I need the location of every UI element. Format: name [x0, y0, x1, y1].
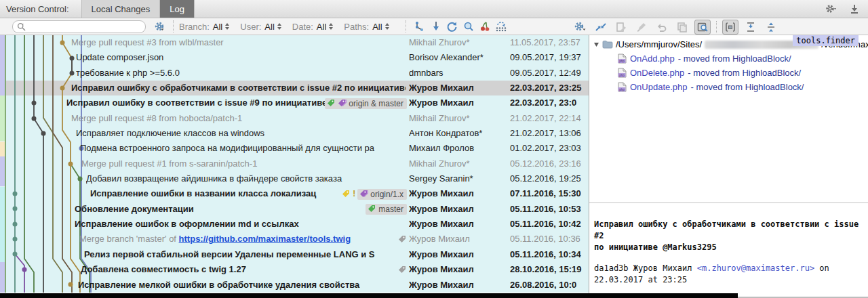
commit-row[interactable]: требование к php >=5.6.0dmnbars09.05.201…	[0, 66, 589, 81]
commit-row[interactable]: Добавлена совместимость с twig 1.27Журов…	[0, 262, 589, 277]
commit-row[interactable]: Исправление мелкой ошибки в обработчике …	[0, 278, 589, 293]
refresh-icon[interactable]	[444, 19, 460, 34]
expand-all-icon[interactable]	[743, 20, 759, 35]
php-file-icon: php	[618, 68, 627, 78]
commit-row[interactable]: Исправил ошибку с обработчиками в соотве…	[0, 81, 589, 95]
collapse-diff-icon[interactable]	[593, 20, 609, 35]
intellisort-icon[interactable]	[412, 19, 428, 34]
commit-message: Merge pull request #3 from wlbl/master	[71, 37, 224, 47]
commit-row[interactable]: Исправляет подключение классов на window…	[0, 126, 589, 141]
commit-row[interactable]: Merge pull request #3 from wlbl/masterMi…	[0, 35, 589, 50]
filter-branch[interactable]: Branch: All	[179, 22, 229, 32]
hash-warning-mark: !	[353, 186, 355, 201]
commit-log-table: Merge pull request #3 from wlbl/masterMi…	[0, 35, 589, 293]
filter-user[interactable]: User: All	[240, 22, 281, 32]
commit-row[interactable]: Merge pull request #8 from hobocta/patch…	[0, 111, 589, 126]
search-icon	[17, 22, 26, 31]
php-file-icon: php	[618, 54, 627, 64]
chevron-updown-icon	[329, 23, 333, 30]
commit-author-cell: Журов Михаил	[409, 81, 508, 95]
path-prefix: /Users/mmjurov/Sites/	[616, 39, 702, 49]
gear-menu-icon[interactable]	[825, 2, 838, 16]
copy-revision-disabled-icon[interactable]	[674, 20, 690, 35]
commit-message: Добавил возвращение айдишника в файндере…	[86, 173, 342, 184]
rollback-disabled-icon[interactable]	[654, 20, 670, 35]
changed-file-name: OnDelete.php	[630, 68, 684, 78]
tab-local-changes[interactable]: Local Changes	[81, 0, 161, 18]
commit-author-cell: Sergey Saranin*	[409, 171, 508, 186]
tags-purple-icon	[359, 190, 368, 198]
commit-message: Merge branch 'master' of	[79, 234, 179, 244]
commit-message: Update composer.json	[76, 52, 163, 62]
group-by-directory-icon[interactable]	[722, 20, 738, 35]
changed-file-row[interactable]: phpOnDelete.php - moved from HighloadBlo…	[618, 68, 801, 78]
chevron-updown-icon	[225, 23, 229, 30]
commit-date-cell: 05.11.2016, 10:36	[510, 232, 587, 247]
commit-email-link[interactable]: <m.zhurov@maximaster.ru>	[697, 263, 814, 273]
changed-file-row[interactable]: phpOnAdd.php - moved from HighloadBlock/	[618, 54, 791, 64]
changed-file-name: OnUpdate.php	[630, 82, 688, 92]
commit-message: Исправление ошибки в названии класса лок…	[90, 188, 316, 198]
commit-author-cell: Mikhail Zhurov*	[409, 111, 508, 126]
commit-author-cell: Журов Михаил	[409, 202, 508, 217]
commit-row[interactable]: Подмена встроенного запроса на модифицир…	[0, 141, 589, 156]
show-diff-disabled-icon[interactable]	[613, 20, 629, 35]
commit-row[interactable]: Исправление ошибки в названии класса лок…	[0, 186, 589, 201]
tag-green-icon	[327, 99, 336, 108]
ref-labels: !origin/1.x	[342, 186, 407, 201]
tab-log[interactable]: Log	[159, 0, 195, 18]
commit-row[interactable]: Merge pull request #1 from s-saranin/pat…	[0, 156, 589, 171]
filter-date[interactable]: Date: All	[292, 22, 334, 32]
commit-message: Merge pull request #1 from s-saranin/pat…	[81, 158, 257, 169]
branch-ref-chip[interactable]: origin & master	[325, 98, 407, 109]
window-bottom-edge	[0, 293, 738, 298]
branch-ref-chip[interactable]: master	[366, 204, 407, 215]
collapse-linear-branches-icon[interactable]	[493, 19, 509, 34]
commit-message: Подмена встроенного запроса на модифицир…	[80, 143, 374, 153]
commit-date-cell: 22.03.2017, 23:25	[510, 81, 587, 95]
commit-date-cell: 09.05.2017, 19:37	[510, 50, 587, 65]
hide-tool-window-icon[interactable]	[848, 2, 861, 16]
search-input[interactable]	[27, 22, 136, 31]
filter-paths[interactable]: Paths: All	[344, 22, 389, 32]
commit-message-link[interactable]: https://github.com/maximaster/tools.twig	[179, 234, 351, 244]
tag-gray-icon	[398, 265, 407, 274]
cherry-pick-icon[interactable]	[477, 19, 493, 34]
commit-message: Обновление документации	[75, 204, 194, 214]
commit-message: Исправил ошибку в соответствии с issue #…	[66, 98, 327, 108]
commit-row[interactable]: Релиз первой стабильной версии Удалены п…	[0, 247, 589, 262]
commit-row[interactable]: Исправил ошибку в соответствии с issue #…	[0, 95, 589, 110]
chevron-updown-icon	[277, 23, 281, 30]
changed-file-name: OnAdd.php	[630, 54, 675, 64]
commit-details-text: Исправил ошибку с обработчиками в соотве…	[594, 206, 868, 298]
presentation-settings-gear-icon[interactable]	[572, 19, 588, 34]
commit-row[interactable]: Исправление ошибок в оформлении md и ссы…	[0, 217, 589, 232]
edit-disabled-icon[interactable]	[633, 20, 650, 35]
changed-file-note: - moved from HighloadBlock/	[691, 82, 804, 92]
commit-row[interactable]: Update composer.jsonBorisov Alexander*09…	[0, 50, 589, 65]
commit-row[interactable]: Merge branch 'master' of https://github.…	[0, 232, 589, 247]
branch-ref-chip[interactable]: origin/1.x	[357, 189, 407, 200]
search-field[interactable]	[12, 20, 146, 33]
ref-chip[interactable]: tools.finder	[793, 35, 859, 46]
collapse-all-icon[interactable]	[763, 20, 779, 35]
tool-window-header: Version Control: Local Changes Log	[0, 0, 868, 18]
commit-date-cell: 21.02.2017, 22:14	[510, 111, 587, 126]
commit-message-line2: по инициативе @Markus3295	[594, 242, 868, 253]
preview-diff-icon[interactable]	[694, 20, 711, 35]
find-icon[interactable]	[460, 19, 477, 34]
commit-hash: da1ad3b	[594, 263, 629, 273]
commit-author-cell: Журов Михаил	[409, 95, 508, 110]
filter-gear-icon[interactable]	[151, 19, 167, 34]
commit-date-cell: 22.03.2017, 23:0	[510, 95, 587, 110]
commit-message: Релиз первой стабильной версии Удалены п…	[84, 249, 375, 259]
changed-file-row[interactable]: phpOnUpdate.php - moved from HighloadBlo…	[618, 82, 804, 92]
commit-row[interactable]: Добавил возвращение айдишника в файндере…	[0, 171, 589, 186]
commit-author-cell: Журов Михаил	[409, 262, 508, 277]
commit-row[interactable]: Обновление документацииmasterЖуров Михаи…	[0, 202, 589, 217]
commit-date-cell: 05.12.2016, 23:16	[510, 156, 587, 171]
changed-file-note: - moved from HighloadBlock/	[688, 68, 801, 78]
commit-author-cell: Журов Михаил	[409, 247, 508, 262]
go-to-hash-arrow-icon[interactable]	[428, 19, 444, 34]
commit-author-cell: Журов Михаил	[409, 232, 508, 247]
